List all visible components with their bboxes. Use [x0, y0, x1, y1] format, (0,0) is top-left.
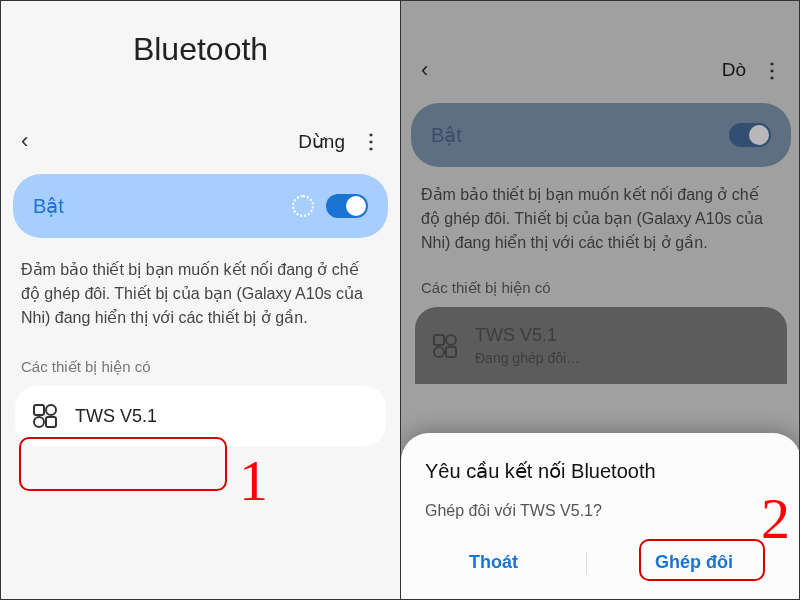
device-category-icon — [33, 404, 57, 428]
dialog-message: Ghép đôi với TWS V5.1? — [425, 501, 777, 520]
toggle-label: Bật — [33, 194, 292, 218]
bluetooth-toggle-row[interactable]: Bật — [411, 103, 791, 167]
available-devices-label: Các thiết bị hiện có — [401, 271, 800, 307]
available-devices-label: Các thiết bị hiện có — [1, 350, 400, 386]
device-item-tws[interactable]: TWS V5.1 Đang ghép đôi… — [415, 307, 787, 384]
stop-scan-button[interactable]: Dừng — [298, 130, 345, 153]
bluetooth-screen-step2: ‹ Dò ⋮ Bật Đảm bảo thiết bị bạn muốn kết… — [401, 1, 800, 600]
device-item-tws[interactable]: TWS V5.1 — [15, 386, 386, 446]
dialog-title: Yêu cầu kết nối Bluetooth — [425, 459, 777, 483]
pair-button[interactable]: Ghép đôi — [635, 546, 753, 579]
cancel-button[interactable]: Thoát — [449, 546, 538, 579]
bluetooth-screen-step1: Bluetooth ‹ Dừng ⋮ Bật Đảm bảo thiết bị … — [1, 1, 401, 600]
scan-button[interactable]: Dò — [722, 59, 746, 81]
more-icon[interactable]: ⋮ — [361, 129, 380, 153]
annotation-step-1: 1 — [239, 447, 268, 514]
toggle-label: Bật — [431, 123, 729, 147]
page-title: Bluetooth — [1, 31, 400, 68]
device-status: Đang ghép đôi… — [475, 350, 580, 366]
bluetooth-switch[interactable] — [326, 194, 368, 218]
info-text: Đảm bảo thiết bị bạn muốn kết nối đang ở… — [1, 238, 400, 350]
device-name: TWS V5.1 — [475, 325, 580, 346]
back-icon[interactable]: ‹ — [21, 128, 28, 154]
toolbar: ‹ Dừng ⋮ — [1, 128, 400, 154]
divider — [586, 552, 587, 574]
dialog-actions: Thoát Ghép đôi — [425, 546, 777, 579]
more-icon[interactable]: ⋮ — [762, 58, 781, 82]
device-name: TWS V5.1 — [75, 406, 157, 427]
bluetooth-switch[interactable] — [729, 123, 771, 147]
toolbar: ‹ Dò ⋮ — [401, 57, 800, 83]
scanning-spinner-icon — [292, 195, 314, 217]
back-icon[interactable]: ‹ — [421, 57, 428, 83]
pairing-dialog: Yêu cầu kết nối Bluetooth Ghép đôi với T… — [401, 433, 800, 600]
device-category-icon — [433, 334, 457, 358]
info-text: Đảm bảo thiết bị bạn muốn kết nối đang ở… — [401, 167, 800, 271]
bluetooth-toggle-row[interactable]: Bật — [13, 174, 388, 238]
